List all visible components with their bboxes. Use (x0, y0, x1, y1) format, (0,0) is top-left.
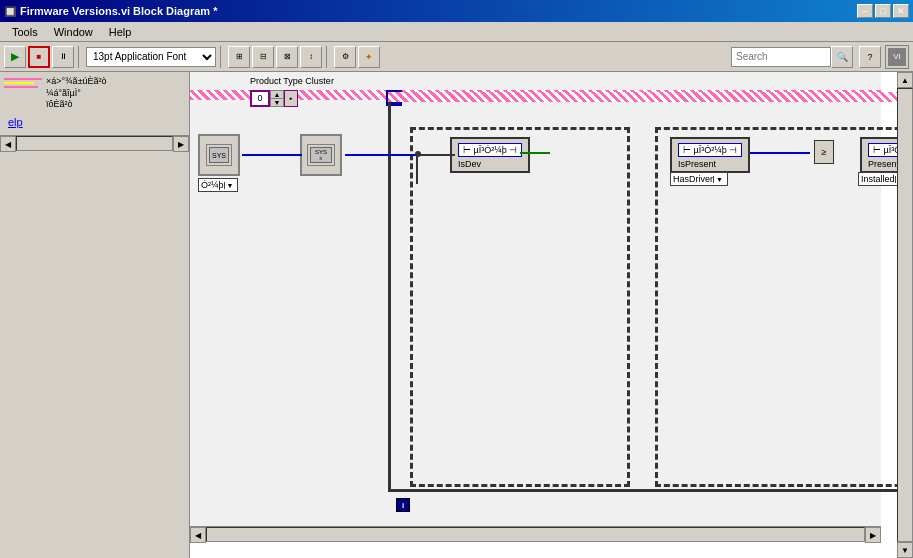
search-input[interactable] (731, 47, 831, 67)
separator-3 (326, 46, 330, 68)
help-link[interactable]: elp (4, 111, 185, 131)
tools-palette-button[interactable]: ⚙ (334, 46, 356, 68)
close-button[interactable]: ✕ (893, 4, 909, 18)
stop-button[interactable]: ■ (28, 46, 50, 68)
minimize-button[interactable]: – (857, 4, 873, 18)
title-icon: 🔲 (4, 6, 16, 17)
num-down[interactable]: ▼ (271, 99, 283, 106)
diagram-area[interactable]: Product Type Cluster 0 ▲ ▼ ▪ N (190, 72, 897, 558)
system-icon-left[interactable]: SYS (198, 134, 240, 176)
search-container: 🔍 (727, 46, 853, 68)
distribute-button[interactable]: ⊟ (252, 46, 274, 68)
context-help-button[interactable]: ? (859, 46, 881, 68)
search-button[interactable]: 🔍 (831, 46, 853, 68)
hscroll-right[interactable]: ▶ (865, 527, 881, 543)
wire-h-sys-to-block (242, 154, 302, 156)
wire-isdev-out (520, 152, 550, 154)
wire-v-1 (416, 154, 418, 184)
compare-node-1[interactable]: ≥ (814, 140, 834, 164)
toolbar: ▶ ■ ⏸ 13pt Application Font ⊞ ⊟ ⊠ ↕ ⚙ ✦ … (0, 42, 913, 72)
present-enum[interactable]: HasDriver ▼ (670, 172, 728, 186)
isdev-fn: ⊢ µÎ³Ó²¼þ ⊣ (458, 143, 522, 157)
installed-enum-arrow[interactable]: ▼ (895, 176, 897, 183)
hasdriver-fn: ⊢ µÎ³Ó²¼þ ⊣ (868, 143, 897, 157)
align-button[interactable]: ⊞ (228, 46, 250, 68)
left-panel-hscroll: ◀ ▶ (0, 135, 189, 151)
wire-h-2 (415, 154, 455, 156)
window-controls: – □ ✕ (857, 4, 909, 18)
expand-button[interactable]: ▶ (173, 136, 189, 152)
cluster-connector: ▪ (284, 90, 298, 107)
reorder-button[interactable]: ↕ (300, 46, 322, 68)
present-enum-arrow[interactable]: ▼ (713, 176, 725, 183)
hscrollbar: ◀ ▶ (190, 526, 881, 542)
installed-enum[interactable]: Installed ▼ (858, 172, 897, 186)
ispresent-label: IsPresent (678, 159, 742, 169)
hscroll-left-left[interactable]: ◀ (0, 136, 16, 152)
ispresent-node[interactable]: ⊢ µÎ³Ó²¼þ ⊣ IsPresent (670, 137, 750, 173)
wire-ispresent-out (750, 152, 810, 154)
system-icon-right[interactable]: SYS ≡ (300, 134, 342, 176)
vscroll-down[interactable]: ▼ (897, 542, 913, 558)
hasdriver-label: Present (868, 159, 897, 169)
i-terminal: i (396, 498, 410, 512)
run-button[interactable]: ▶ (4, 46, 26, 68)
vscroll-up[interactable]: ▲ (897, 72, 913, 88)
enum-arrow-left[interactable]: ▼ (224, 182, 236, 189)
diagram-wrapper: Product Type Cluster 0 ▲ ▼ ▪ N (190, 72, 913, 558)
left-panel-text: ×á>°¾ã±úÈã²ò ¼á°ãîµÌ° ïôÈã²ò (46, 76, 107, 111)
block-diagram: Product Type Cluster 0 ▲ ▼ ▪ N (190, 72, 881, 542)
pause-button[interactable]: ⏸ (52, 46, 74, 68)
menu-help[interactable]: Help (101, 24, 140, 40)
numeric-control[interactable]: 0 ▲ ▼ ▪ (250, 90, 298, 107)
for-loop-top-wire (388, 92, 897, 102)
menu-bar: Tools Window Help (0, 22, 913, 42)
enum-ctrl-left[interactable]: Ó²¼þ ▼ (198, 178, 238, 192)
ispresent-fn: ⊢ µÎ³Ó²¼þ ⊣ (678, 143, 742, 157)
num-display[interactable]: 0 (250, 90, 270, 107)
separator-2 (220, 46, 224, 68)
hscroll-track[interactable] (206, 527, 865, 542)
window-title: Firmware Versions.vi Block Diagram * (20, 5, 857, 17)
left-panel: ×á>°¾ã±úÈã²ò ¼á°ãîµÌ° ïôÈã²ò elp ◀ ▶ (0, 72, 190, 558)
vscroll-track[interactable] (897, 88, 913, 542)
sub-loop-1 (410, 127, 630, 487)
wire-middle-h (345, 154, 415, 156)
font-selector[interactable]: 13pt Application Font (86, 47, 216, 67)
hscroll-left[interactable]: ◀ (190, 527, 206, 543)
isdev-label: IsDev (458, 159, 522, 169)
num-up[interactable]: ▲ (271, 91, 283, 99)
right-scrollbar: ▲ ▼ (897, 72, 913, 558)
separator-1 (78, 46, 82, 68)
main-layout: ×á>°¾ã±úÈã²ò ¼á°ãîµÌ° ïôÈã²ò elp ◀ ▶ Pro… (0, 72, 913, 558)
title-bar: 🔲 Firmware Versions.vi Block Diagram * –… (0, 0, 913, 22)
left-panel-content: ×á>°¾ã±úÈã²ò ¼á°ãîµÌ° ïôÈã²ò elp (0, 72, 189, 135)
resize-button[interactable]: ⊠ (276, 46, 298, 68)
maximize-button[interactable]: □ (875, 4, 891, 18)
isdev-node[interactable]: ⊢ µÎ³Ó²¼þ ⊣ IsDev (450, 137, 530, 173)
product-type-cluster-label: Product Type Cluster (250, 76, 334, 86)
num-arrows[interactable]: ▲ ▼ (270, 90, 284, 107)
hscroll-left-track[interactable] (16, 136, 173, 151)
clean-button[interactable]: ✦ (358, 46, 380, 68)
menu-tools[interactable]: Tools (4, 24, 46, 40)
hasdriver-node[interactable]: ⊢ µÎ³Ó²¼þ ⊣ Present (860, 137, 897, 173)
vi-icon: VI (885, 45, 909, 69)
menu-window[interactable]: Window (46, 24, 101, 40)
